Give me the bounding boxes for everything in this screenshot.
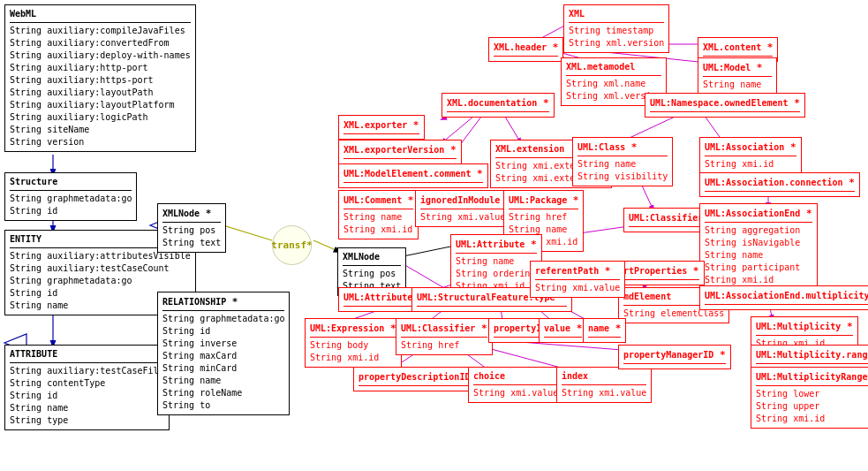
box-xml_exporter: XML.exporter * [338, 115, 425, 140]
box-field-uml_class-1: String visibility [577, 171, 668, 183]
box-field-xml_metamodel-0: String xml.name [566, 78, 661, 90]
box-index_box: indexString xmi.value [556, 367, 652, 403]
box-field-uml_mult_range-1: String upper [756, 400, 868, 413]
box-property_desc_id: propertyDescriptionID * [353, 367, 487, 391]
box-field-uml_attribute-0: String name [456, 255, 537, 268]
box-field-relationship-3: String maxCard [162, 350, 284, 362]
box-field-uml_assoc_end-2: String name [705, 249, 812, 262]
box-field-xml_top-1: String xml.version [569, 37, 664, 49]
box-uml_class: UML:Class *String nameString visibility [572, 137, 673, 186]
box-title-uml_expression: UML:Expression * [310, 322, 396, 338]
box-field-uml_expression-0: String body [310, 339, 396, 352]
box-title-value_box: value * [544, 322, 582, 338]
box-uml_expression: UML:Expression *String bodyString xmi.id [305, 318, 402, 368]
box-field-webml-7: String auxiliary:logicPath [10, 111, 191, 124]
box-xml_header: XML.header * [488, 37, 563, 62]
box-field-uml_model-0: String name [703, 79, 772, 91]
box-name_box: name * [583, 318, 626, 343]
box-title-structure: Structure [10, 176, 132, 191]
box-field-uml_assoc_end-1: String isNavigable [705, 237, 812, 249]
box-xml_top: XMLString timestampString xml.version [563, 4, 669, 53]
box-field-relationship-2: String inverse [162, 338, 284, 350]
transf-circle: transf* [272, 225, 312, 265]
box-field-relationship-6: String roleName [162, 387, 284, 399]
box-field-uml_comment-1: String xmi.id [343, 224, 413, 236]
box-title-uml_model: UML:Model * [703, 61, 772, 77]
box-field-attribute-1: String contentType [10, 377, 164, 390]
box-title-xmlnode2: XMLNode [343, 251, 401, 266]
box-title-property_desc_id: propertyDescriptionID * [359, 370, 482, 386]
box-title-ignored_in_module: ignoredInModule * [420, 194, 512, 209]
box-field-relationship-0: String graphmetadata:go [162, 313, 284, 325]
box-title-uml_mult_range: UML:MultiplicityRange * [756, 370, 868, 386]
box-uml_modelelement_comment: UML:ModelElement.comment * [338, 163, 488, 188]
box-choice_box: choiceString xmi.value [468, 367, 563, 403]
box-field-xmlnode2-0: String pos [343, 268, 401, 280]
box-title-uml_association: UML:Association * [705, 141, 796, 156]
box-field-relationship-7: String to [162, 399, 284, 412]
box-uml_comment: UML:Comment *String nameString xmi.id [338, 190, 419, 239]
box-field-webml-6: String auxiliary:layoutPlatform [10, 99, 191, 111]
box-field-uml_assoc_end-3: String participant [705, 262, 812, 274]
box-title-xml_exporter: XML.exporter * [343, 118, 419, 134]
box-title-uml_modelelement_comment: UML:ModelElement.comment * [343, 167, 483, 183]
box-title-xml_documentation: XML.documentation * [447, 96, 549, 112]
box-field-attribute-3: String name [10, 402, 164, 414]
box-field-entity-2: String graphmetadata:go [10, 275, 191, 287]
box-title-attribute: ATTRIBUTE [10, 348, 164, 363]
box-value_box: value * [539, 318, 587, 343]
box-field-webml-8: String siteName [10, 124, 191, 136]
box-referent_path: referentPath *String xmi.value [530, 261, 625, 298]
box-title-choice_box: choice [473, 370, 558, 385]
svg-line-42 [313, 240, 340, 252]
box-field-xmlnode1-0: String pos [162, 224, 221, 237]
box-title-uml_assoc_end: UML:AssociationEnd * [705, 207, 812, 223]
box-field-webml-1: String auxiliary:convertedFrom [10, 37, 191, 49]
box-attribute: ATTRIBUTEString auxiliary:testCaseFileSt… [4, 345, 170, 430]
box-field-webml-2: String auxiliary:deploy-with-names [10, 49, 191, 62]
box-ignored_in_module: ignoredInModule *String xmi.value [415, 190, 517, 227]
box-title-uml_assoc_end_mult: UML:AssociationEnd.multiplicity * [705, 289, 868, 305]
box-uml_ns_owned: UML:Namespace.ownedElement * [645, 93, 805, 118]
box-uml_association_connection: UML:Association.connection * [699, 172, 860, 197]
box-uml_assoc_end: UML:AssociationEnd *String aggregationSt… [699, 203, 818, 290]
box-title-relationship: RELATIONSHIP * [162, 295, 284, 311]
box-title-rt_properties: rtProperties * [623, 264, 699, 280]
diagram-container: transf*WebMLString auxiliary:compileJava… [0, 0, 868, 471]
box-title-property_manager_id: propertyManagerID * [623, 348, 726, 364]
box-structure: StructureString graphmetadata:goString i… [4, 172, 137, 221]
box-field-structure-0: String graphmetadata:go [10, 193, 132, 205]
box-field-choice_box-0: String xmi.value [473, 387, 558, 399]
box-title-xmlnode1: XMLNode * [162, 207, 221, 223]
box-webml: WebMLString auxiliary:compileJavaFilesSt… [4, 4, 196, 152]
box-title-uml_classifier: UML:Classifier * [401, 322, 487, 338]
box-field-uml_package-0: String href [509, 211, 578, 224]
box-title-index_box: index [562, 370, 646, 385]
box-xml_documentation: XML.documentation * [442, 93, 555, 118]
box-field-webml-9: String version [10, 136, 191, 148]
box-field-index_box-0: String xmi.value [562, 387, 646, 399]
box-title-uml_association_connection: UML:Association.connection * [705, 176, 855, 192]
box-title-name_box: name * [588, 322, 621, 338]
box-title-uml_comment: UML:Comment * [343, 194, 413, 209]
box-field-webml-3: String auxiliary:http-port [10, 62, 191, 74]
box-field-attribute-2: String id [10, 390, 164, 402]
box-field-webml-0: String auxiliary:compileJavaFiles [10, 25, 191, 37]
box-field-webml-4: String auxiliary:https-port [10, 74, 191, 87]
box-field-uml_mult_range-2: String xmi.id [756, 413, 868, 425]
box-field-uml_expression-1: String xmi.id [310, 352, 396, 364]
box-title-xml_top: XML [569, 8, 664, 23]
box-title-uml_multiplicity: UML:Multiplicity * [756, 320, 853, 336]
box-uml_association: UML:Association *String xmi.id [699, 137, 802, 174]
box-title-uml_package: UML:Package * [509, 194, 578, 209]
box-field-webml-5: String auxiliary:layoutPath [10, 87, 191, 99]
box-field-uml_comment-0: String name [343, 211, 413, 224]
box-field-uml_mult_range-0: String lower [756, 388, 868, 400]
box-title-xml_exporterversion: XML.exporterVersion * [343, 143, 457, 159]
box-uml_mult_range: UML:MultiplicityRange *String lowerStrin… [751, 367, 868, 429]
box-field-attribute-0: String auxiliary:testCaseFile [10, 365, 164, 377]
box-field-referent_path-0: String xmi.value [535, 282, 620, 294]
box-title-uml_multiplicity_range_box: UML:Multiplicity.range * [756, 348, 868, 364]
box-field-xml_top-0: String timestamp [569, 25, 664, 37]
box-field-uml_association-0: String xmi.id [705, 158, 796, 171]
